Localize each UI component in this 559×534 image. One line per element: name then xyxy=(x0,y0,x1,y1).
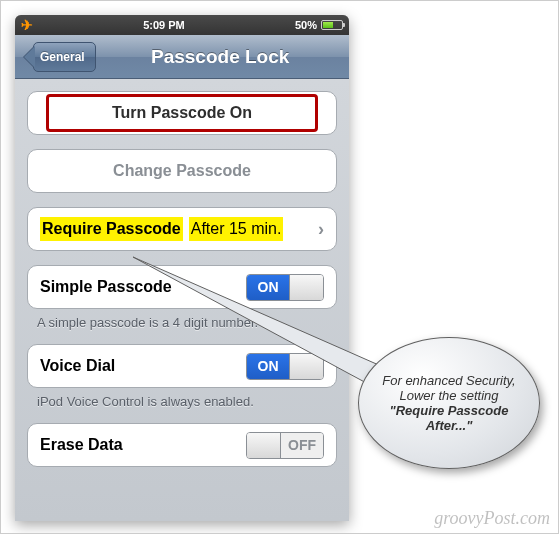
turn-passcode-on-button[interactable]: Turn Passcode On xyxy=(27,91,337,135)
change-passcode-button[interactable]: Change Passcode xyxy=(27,149,337,193)
back-button[interactable]: General xyxy=(33,42,96,72)
page-title: Passcode Lock xyxy=(101,46,349,68)
status-bar: ✈ 5:09 PM 50% xyxy=(15,15,349,35)
toggle-off-label: OFF xyxy=(281,433,323,458)
require-passcode-row[interactable]: Require Passcode After 15 min. › xyxy=(27,207,337,251)
battery-icon xyxy=(321,20,343,30)
toggle-on-label: ON xyxy=(247,275,289,300)
toggle-knob xyxy=(289,275,323,300)
device-frame: ✈ 5:09 PM 50% General Passcode Lock Turn… xyxy=(15,15,349,521)
erase-data-row: Erase Data OFF xyxy=(27,423,337,467)
annotation-callout: For enhanced Security, Lower the setting… xyxy=(358,337,540,469)
battery-percent: 50% xyxy=(295,19,317,31)
toggle-knob xyxy=(289,354,323,379)
chevron-right-icon: › xyxy=(318,219,324,240)
airplane-mode-icon: ✈ xyxy=(21,17,33,33)
settings-content: Turn Passcode On Change Passcode Require… xyxy=(15,79,349,521)
require-passcode-value: After 15 min. xyxy=(189,217,284,241)
simple-passcode-footer: A simple passcode is a 4 digit number. xyxy=(27,309,337,330)
voice-dial-footer: iPod Voice Control is always enabled. xyxy=(27,388,337,409)
voice-dial-row: Voice Dial ON xyxy=(27,344,337,388)
toggle-knob xyxy=(247,433,281,458)
erase-data-toggle[interactable]: OFF xyxy=(246,432,324,459)
simple-passcode-label: Simple Passcode xyxy=(40,278,172,296)
voice-dial-toggle[interactable]: ON xyxy=(246,353,324,380)
toggle-on-label: ON xyxy=(247,354,289,379)
erase-data-label: Erase Data xyxy=(40,436,123,454)
voice-dial-label: Voice Dial xyxy=(40,357,115,375)
back-button-label: General xyxy=(40,50,85,64)
status-time: 5:09 PM xyxy=(143,19,185,31)
callout-bold: "Require Passcode After..." xyxy=(390,403,509,433)
simple-passcode-row: Simple Passcode ON xyxy=(27,265,337,309)
nav-bar: General Passcode Lock xyxy=(15,35,349,79)
simple-passcode-toggle[interactable]: ON xyxy=(246,274,324,301)
callout-text: For enhanced Security, Lower the setting xyxy=(382,373,515,403)
require-passcode-label: Require Passcode xyxy=(40,217,183,241)
watermark-text: groovyPost.com xyxy=(434,508,550,529)
